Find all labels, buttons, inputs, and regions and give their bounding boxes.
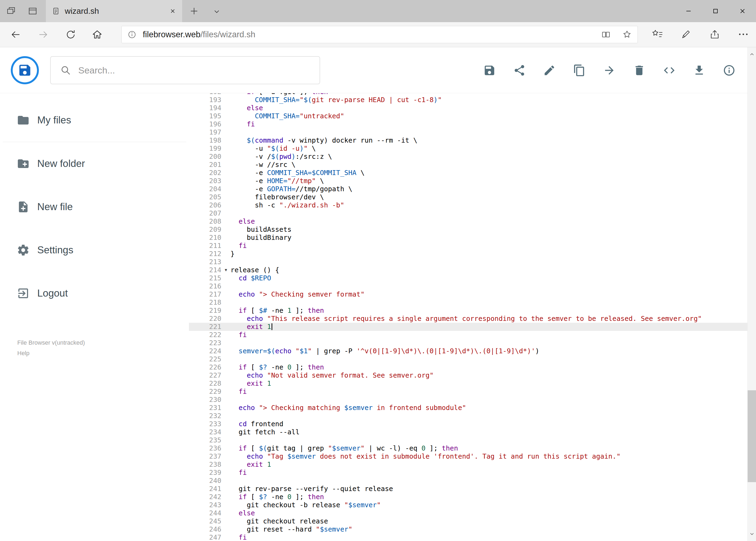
code-line[interactable]: 247 fi [189, 533, 747, 541]
code-line[interactable]: 219 if [ $# -ne 1 ]; then [189, 306, 747, 315]
code-line[interactable]: 204 -e GOPATH=//tmp/gopath \ [189, 185, 747, 193]
code-line[interactable]: 237 echo "Tag $semver does not exist in … [189, 452, 747, 460]
code-line[interactable]: 197 [189, 128, 747, 136]
code-line[interactable]: 226 if [ $? -ne 0 ]; then [189, 363, 747, 371]
reading-view-icon[interactable] [601, 30, 611, 39]
code-line[interactable]: 212} [189, 250, 747, 258]
code-line[interactable]: 221 exit 1 [189, 323, 747, 331]
set-aside-tabs-icon[interactable] [6, 6, 16, 16]
code-line[interactable]: 220 echo "This release script requires a… [189, 315, 747, 323]
code-line[interactable]: 211 fi [189, 242, 747, 250]
search-box[interactable] [50, 56, 320, 84]
forward-button[interactable] [38, 29, 49, 40]
tab-list-chevron-icon[interactable] [213, 8, 221, 16]
address-bar[interactable]: filebrowser.web/files/wizard.sh [122, 26, 638, 43]
tab-close-icon[interactable] [169, 8, 176, 15]
sidebar-item-logout[interactable]: Logout [0, 272, 189, 315]
code-line[interactable]: 207 [189, 209, 747, 218]
more-options-icon[interactable] [738, 29, 749, 40]
hub-favorites-icon[interactable] [652, 29, 663, 40]
code-line[interactable]: 201 -w //src \ [189, 161, 747, 169]
code-line[interactable]: 232 [189, 412, 747, 420]
back-button[interactable] [10, 29, 21, 40]
sidebar-item-new-file[interactable]: New file [0, 185, 189, 229]
code-line[interactable]: 236 if [ $(git tag | grep "$semver" | wc… [189, 444, 747, 452]
code-line[interactable]: 214▾release () { [189, 266, 747, 274]
code-line[interactable]: 233 cd frontend [189, 420, 747, 428]
code-line[interactable]: 218 [189, 298, 747, 306]
scroll-up-icon[interactable] [748, 49, 756, 59]
info-button[interactable] [723, 64, 735, 77]
sidebar-item-new-folder[interactable]: New folder [0, 142, 189, 185]
code-line[interactable]: 206 sh -c "./wizard.sh -b" [189, 201, 747, 209]
sidebar-item-my-files[interactable]: My files [0, 99, 189, 142]
code-line[interactable]: 231 echo "> Checking matching $semver in… [189, 404, 747, 412]
code-line[interactable]: 234 git fetch --all [189, 428, 747, 436]
code-line[interactable]: 193 COMMIT_SHA="$(git rev-parse HEAD | c… [189, 96, 747, 104]
edit-button[interactable] [543, 64, 556, 77]
search-input[interactable] [78, 65, 310, 76]
save-button[interactable] [483, 64, 496, 77]
move-button[interactable] [603, 64, 616, 77]
favorite-star-icon[interactable] [623, 30, 631, 39]
code-line[interactable]: 246 git reset --hard "$semver" [189, 525, 747, 533]
scrollbar-thumb[interactable] [748, 390, 756, 482]
code-editor[interactable]: 192 if [ -d .git ]; then193 COMMIT_SHA="… [189, 93, 747, 541]
code-line[interactable]: 222 fi [189, 331, 747, 339]
code-line[interactable]: 210 buildBinary [189, 234, 747, 242]
code-line[interactable]: 202 -e COMMIT_SHA=$COMMIT_SHA \ [189, 169, 747, 177]
code-line[interactable]: 200 -v /$(pwd):/src:z \ [189, 153, 747, 161]
download-button[interactable] [693, 64, 705, 77]
code-line[interactable]: 240 [189, 477, 747, 485]
site-info-icon[interactable] [127, 30, 136, 39]
code-button[interactable] [663, 64, 675, 77]
ink-notes-icon[interactable] [680, 29, 692, 40]
code-line[interactable]: 223 [189, 339, 747, 347]
code-line[interactable]: 194 else [189, 104, 747, 112]
share-button[interactable] [513, 64, 526, 77]
tab-preview-icon[interactable] [28, 6, 38, 16]
code-line[interactable]: 203 -e HOME="//tmp" \ [189, 177, 747, 185]
delete-button[interactable] [633, 64, 645, 77]
refresh-button[interactable] [65, 29, 76, 40]
new-tab-button[interactable] [189, 6, 199, 16]
code-line[interactable]: 213 [189, 258, 747, 266]
code-line[interactable]: 195 COMMIT_SHA="untracked" [189, 112, 747, 120]
minimize-button[interactable] [675, 0, 702, 22]
close-button[interactable] [729, 0, 756, 22]
code-line[interactable]: 216 [189, 282, 747, 290]
code-line[interactable]: 225 [189, 355, 747, 363]
code-line[interactable]: 227 echo "Not valid semver format. See s… [189, 371, 747, 379]
code-line[interactable]: 229 fi [189, 387, 747, 396]
code-line[interactable]: 196 fi [189, 120, 747, 128]
code-line[interactable]: 199 -u "$(id -u)" \ [189, 145, 747, 153]
code-line[interactable]: 238 exit 1 [189, 460, 747, 469]
code-line[interactable]: 205 filebrowser/dev \ [189, 193, 747, 201]
code-line[interactable]: 243 git checkout -b release "$semver" [189, 501, 747, 509]
scroll-down-icon[interactable] [748, 529, 756, 539]
copy-button[interactable] [573, 64, 586, 77]
code-line[interactable]: 241 git rev-parse --verify --quiet relea… [189, 485, 747, 493]
code-line[interactable]: 208 else [189, 218, 747, 226]
sidebar-item-settings[interactable]: Settings [0, 229, 189, 272]
share-icon[interactable] [709, 29, 720, 40]
fold-marker-icon[interactable]: ▾ [221, 266, 230, 274]
code-line[interactable]: 228 exit 1 [189, 379, 747, 387]
code-line[interactable]: 224 semver=$(echo "$1" | grep -P '^v(0|[… [189, 347, 747, 355]
code-line[interactable]: 209 buildAssets [189, 226, 747, 234]
browser-tab[interactable]: wizard.sh [46, 0, 182, 22]
code-line[interactable]: 245 git checkout release [189, 517, 747, 525]
code-line[interactable]: 244 else [189, 509, 747, 517]
code-line[interactable]: 242 if [ $? -ne 0 ]; then [189, 493, 747, 501]
help-link[interactable]: Help [17, 348, 189, 359]
home-button[interactable] [92, 29, 103, 40]
code-line[interactable]: 230 [189, 396, 747, 404]
maximize-button[interactable] [702, 0, 729, 22]
code-line[interactable]: 235 [189, 436, 747, 444]
code-line[interactable]: 198 $(command -v winpty) docker run --rm… [189, 136, 747, 145]
page-scrollbar[interactable] [747, 47, 756, 541]
code-line[interactable]: 215 cd $REPO [189, 274, 747, 282]
code-line[interactable]: 217 echo "> Checking semver format" [189, 290, 747, 298]
code-line[interactable]: 192 if [ -d .git ]; then [189, 93, 747, 96]
code-line[interactable]: 239 fi [189, 469, 747, 477]
